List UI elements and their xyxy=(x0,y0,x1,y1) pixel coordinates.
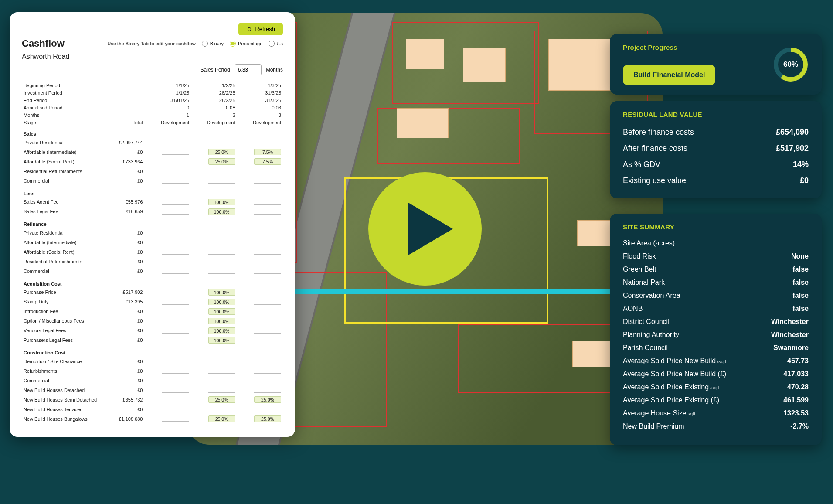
cell-input[interactable] xyxy=(254,327,281,334)
summary-val: 417,033 xyxy=(783,370,809,378)
cell-input[interactable] xyxy=(208,238,235,245)
radio-pounds[interactable]: £'s xyxy=(269,41,283,47)
cell-input[interactable] xyxy=(162,177,189,184)
cell-input[interactable] xyxy=(162,167,189,174)
cell-input[interactable] xyxy=(162,158,189,164)
cell-input[interactable] xyxy=(162,229,189,235)
radio-binary[interactable]: Binary xyxy=(202,41,224,47)
cell-input[interactable] xyxy=(162,248,189,255)
table-row: Vendors Legal Fees£0100.0% xyxy=(22,326,283,335)
cell-input[interactable] xyxy=(162,308,189,314)
cell-input[interactable]: 100.0% xyxy=(208,308,235,315)
cell-input[interactable] xyxy=(208,267,235,274)
cell-input[interactable]: 100.0% xyxy=(208,208,235,215)
row-c3 xyxy=(237,385,283,395)
summary-val: 1323.53 xyxy=(783,409,809,417)
cell-input[interactable] xyxy=(254,308,281,314)
cell-input[interactable] xyxy=(208,229,235,235)
cell-input[interactable]: 25.0% xyxy=(208,158,235,165)
cell-input[interactable] xyxy=(162,289,189,295)
cell-input[interactable]: 25.0% xyxy=(254,396,281,403)
cell-input[interactable] xyxy=(162,358,189,364)
cell-input[interactable] xyxy=(162,386,189,393)
sales-period-input[interactable] xyxy=(235,64,262,75)
cell-input[interactable]: 7.5% xyxy=(254,149,281,155)
cell-input[interactable] xyxy=(162,337,189,343)
radio-percentage[interactable]: Percentage xyxy=(230,41,262,47)
cell-input[interactable] xyxy=(254,229,281,235)
row-total: £0 xyxy=(105,366,145,376)
cell-input[interactable] xyxy=(254,198,281,205)
cell-input[interactable] xyxy=(162,148,189,155)
cell-input[interactable] xyxy=(254,386,281,393)
table-row: Private Residential£2,997,744 xyxy=(22,138,283,147)
cell-input[interactable] xyxy=(208,248,235,255)
row-total: £0 xyxy=(105,257,145,266)
row-c2 xyxy=(191,176,237,186)
cell-input[interactable] xyxy=(162,327,189,334)
cell-input[interactable]: 100.0% xyxy=(208,337,235,344)
cell-input[interactable] xyxy=(162,258,189,264)
refresh-button[interactable]: Refresh xyxy=(238,23,283,35)
cell-input[interactable] xyxy=(254,139,281,145)
cell-input[interactable] xyxy=(162,377,189,383)
cell-input[interactable] xyxy=(208,139,235,145)
cell-input[interactable] xyxy=(208,367,235,374)
cell-input[interactable]: 25.0% xyxy=(254,415,281,422)
cell-input[interactable] xyxy=(208,358,235,364)
cell-input[interactable] xyxy=(254,377,281,383)
row-c2 xyxy=(191,257,237,266)
cell-input[interactable] xyxy=(208,258,235,264)
cell-input[interactable] xyxy=(254,289,281,295)
cell-input[interactable] xyxy=(162,367,189,374)
build-model-button[interactable]: Build Financial Model xyxy=(623,65,715,85)
cashflow-table: Beginning Period1/1/251/2/251/3/25Invest… xyxy=(22,82,283,424)
cell-input[interactable] xyxy=(162,208,189,215)
cell-input[interactable] xyxy=(254,177,281,184)
cell-input[interactable] xyxy=(162,405,189,412)
cell-input[interactable] xyxy=(254,208,281,215)
cell-input[interactable] xyxy=(254,267,281,274)
total-col xyxy=(105,111,145,119)
cell-input[interactable] xyxy=(162,298,189,305)
cell-input[interactable] xyxy=(162,267,189,274)
cell-input[interactable]: 7.5% xyxy=(254,158,281,165)
cell-input[interactable]: 100.0% xyxy=(208,318,235,324)
cell-input[interactable] xyxy=(254,298,281,305)
cell-input[interactable] xyxy=(254,248,281,255)
rlv-row: As % GDV14% xyxy=(623,157,809,173)
table-row: Refurbishments£0 xyxy=(22,366,283,376)
cell-input[interactable] xyxy=(162,198,189,205)
cell-input[interactable] xyxy=(254,317,281,324)
play-button[interactable] xyxy=(368,172,482,286)
cell-input[interactable]: 25.0% xyxy=(208,396,235,403)
row-c3 xyxy=(237,335,283,345)
cell-input[interactable]: 25.0% xyxy=(208,415,235,422)
cell-input[interactable] xyxy=(208,377,235,383)
cell-input[interactable] xyxy=(254,167,281,174)
cell-input[interactable]: 100.0% xyxy=(208,199,235,205)
cell-input[interactable] xyxy=(254,367,281,374)
cell-input[interactable] xyxy=(162,396,189,402)
cell-input[interactable] xyxy=(208,386,235,393)
cell-input[interactable] xyxy=(208,405,235,412)
cell-input[interactable] xyxy=(162,415,189,422)
cell-input[interactable]: 100.0% xyxy=(208,289,235,296)
cell-input[interactable] xyxy=(254,405,281,412)
cell-input[interactable] xyxy=(208,167,235,174)
cell-input[interactable] xyxy=(162,317,189,324)
cell-input[interactable] xyxy=(254,238,281,245)
cell-input[interactable]: 25.0% xyxy=(208,149,235,155)
cell-input[interactable]: 100.0% xyxy=(208,327,235,334)
cell-input[interactable] xyxy=(254,337,281,343)
cell-input[interactable] xyxy=(208,177,235,184)
cell-input[interactable] xyxy=(162,238,189,245)
cell-input[interactable] xyxy=(162,139,189,145)
row-total: £655,732 xyxy=(105,395,145,405)
row-total: £0 xyxy=(105,147,145,157)
table-row: Commercial£0 xyxy=(22,176,283,186)
cell-input[interactable] xyxy=(254,258,281,264)
cell-input[interactable] xyxy=(254,358,281,364)
summary-rows: Site Area (acres)Flood RiskNoneGreen Bel… xyxy=(623,237,809,433)
cell-input[interactable]: 100.0% xyxy=(208,299,235,305)
